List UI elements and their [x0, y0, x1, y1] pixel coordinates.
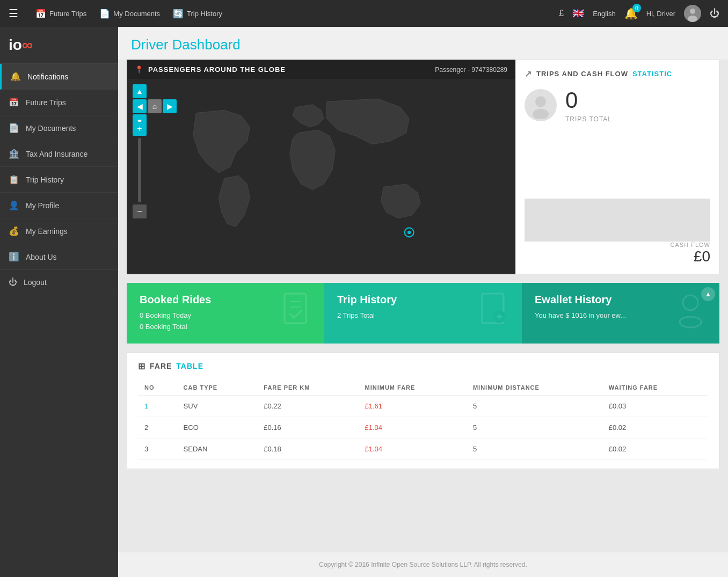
trips-label: TRIPS TOTAL — [565, 115, 612, 123]
nav-my-documents[interactable]: 📄 My Documents — [99, 9, 160, 19]
map-nav-lr-row: ◀ ⌂ ▶ — [133, 99, 177, 113]
fare-table-head: NO CAB TYPE FARE PER KM MINIMUM FARE MIN… — [138, 380, 708, 396]
fare-table: NO CAB TYPE FARE PER KM MINIMUM FARE MIN… — [138, 380, 708, 460]
stats-panel: ↗ TRIPS AND CASH FLOW STATISTIC 0 — [515, 60, 719, 274]
svg-point-6 — [535, 96, 546, 107]
svg-point-15 — [683, 295, 698, 310]
card-trip-history[interactable]: Trip History 2 Trips Total — [324, 283, 522, 344]
user-greeting: Hi, Driver — [646, 10, 675, 18]
map-up-button[interactable]: ▲ — [133, 84, 147, 98]
cash-flow-area: CASH FLOW £0 — [525, 242, 710, 265]
grid-icon: ⊞ — [138, 361, 145, 371]
sidebar-item-notifications[interactable]: 🔔 Notifications — [0, 64, 118, 90]
cash-flow-label: CASH FLOW — [525, 242, 710, 248]
trips-count: 0 — [565, 87, 612, 113]
top-nav-right: £ 🇬🇧 English 🔔 0 Hi, Driver ⏻ — [559, 5, 719, 22]
fare-table-header-row: NO CAB TYPE FARE PER KM MINIMUM FARE MIN… — [138, 380, 708, 396]
col-minimum-fare: MINIMUM FARE — [359, 380, 467, 396]
language-flag: 🇬🇧 — [572, 8, 584, 19]
col-minimum-distance: MINIMUM DISTANCE — [467, 380, 602, 396]
page-title: Driver Dashboard — [131, 36, 715, 53]
cash-flow-value: £0 — [525, 248, 710, 265]
footer: Copyright © 2016 Infinite Open Source So… — [118, 552, 728, 577]
card-trip-history-icon — [477, 291, 509, 335]
stats-title: ↗ TRIPS AND CASH FLOW STATISTIC — [525, 69, 710, 79]
nav-trip-history[interactable]: 🔄 Trip History — [173, 9, 222, 19]
trend-icon: ↗ — [525, 69, 532, 79]
svg-point-5 — [407, 231, 411, 234]
profile-sidebar-icon: 👤 — [9, 200, 19, 210]
logo: io∞ — [9, 36, 33, 53]
map-header: 📍 PASSENGERS AROUND THE GLOBE Passenger … — [127, 60, 515, 79]
documents-sidebar-icon: 📄 — [9, 123, 19, 133]
col-cab-type: CAB TYPE — [177, 380, 258, 396]
sidebar-item-trip-history[interactable]: 📋 Trip History — [0, 167, 118, 193]
cell-min-dist: 5 — [467, 395, 602, 417]
sidebar: io∞ 🔔 Notifications 📅 Future Trips 📄 My … — [0, 27, 118, 577]
language-label[interactable]: English — [593, 10, 616, 18]
world-map-svg — [127, 79, 515, 272]
zoom-in-button[interactable]: + — [133, 122, 147, 136]
cell-cab: SUV — [177, 395, 258, 417]
fare-table-section: ⊞ FARE TABLE NO CAB TYPE FARE PER KM MIN… — [127, 352, 719, 469]
map-passenger-info: Passenger - 9747380289 — [435, 66, 507, 74]
col-no: NO — [138, 380, 177, 396]
about-sidebar-icon: ℹ️ — [9, 252, 19, 262]
cell-min-fare: £1.61 — [359, 395, 467, 417]
notifications-icon: 🔔 — [10, 71, 21, 82]
documents-icon: 📄 — [99, 9, 110, 19]
summary-cards: Booked Rides 0 Booking Today 0 Booking T… — [127, 283, 719, 344]
col-fare-per-km: FARE PER KM — [257, 380, 358, 396]
svg-point-2 — [688, 16, 697, 22]
trips-user-avatar — [525, 89, 557, 121]
card-booked-rides[interactable]: Booked Rides 0 Booking Today 0 Booking T… — [127, 283, 324, 344]
cell-wait-fare: £0.03 — [602, 395, 708, 417]
future-trips-sidebar-icon: 📅 — [9, 97, 19, 107]
cell-min-fare: £1.04 — [359, 417, 467, 438]
cell-min-dist: 5 — [467, 438, 602, 459]
map-body: ▲ ◀ ⌂ ▶ ▼ + — [127, 79, 515, 272]
scroll-up-button[interactable]: ▲ — [701, 287, 715, 301]
sidebar-item-my-documents[interactable]: 📄 My Documents — [0, 115, 118, 141]
sidebar-item-my-profile[interactable]: 👤 My Profile — [0, 193, 118, 218]
map-nav-row: ▲ — [133, 84, 177, 98]
svg-point-1 — [690, 9, 695, 14]
power-icon[interactable]: ⏻ — [710, 8, 719, 19]
map-left-button[interactable]: ◀ — [133, 99, 147, 113]
earnings-sidebar-icon: 💰 — [9, 226, 19, 236]
cell-wait-fare: £0.02 — [602, 438, 708, 459]
sidebar-item-my-earnings[interactable]: 💰 My Earnings — [0, 218, 118, 244]
svg-point-7 — [533, 109, 549, 119]
sidebar-item-future-trips[interactable]: 📅 Future Trips — [0, 90, 118, 115]
main-content: Driver Dashboard 📍 PASSENGERS AROUND THE… — [118, 27, 728, 577]
trips-total-area: 0 TRIPS TOTAL — [525, 87, 710, 123]
trips-count-area: 0 TRIPS TOTAL — [565, 87, 612, 123]
card-ewallet-history[interactable]: Ewallet History You have $ 1016 in your … — [522, 283, 719, 344]
notifications-button[interactable]: 🔔 0 — [624, 7, 638, 20]
cell-cab: ECO — [177, 417, 258, 438]
nav-future-trips[interactable]: 📅 Future Trips — [35, 9, 86, 19]
sidebar-item-tax-insurance[interactable]: 🏦 Tax And Insurance — [0, 141, 118, 167]
cell-fare-km: £0.18 — [257, 438, 358, 459]
notifications-badge: 0 — [632, 4, 641, 12]
currency-icon[interactable]: £ — [559, 9, 564, 18]
map-home-button[interactable]: ⌂ — [148, 99, 162, 113]
svg-rect-8 — [285, 294, 306, 323]
top-nav: ☰ 📅 Future Trips 📄 My Documents 🔄 Trip H… — [0, 0, 728, 27]
future-trips-icon: 📅 — [35, 9, 46, 19]
hamburger-icon[interactable]: ☰ — [9, 7, 18, 20]
table-row: 3 SEDAN £0.18 £1.04 5 £0.02 — [138, 438, 708, 459]
cell-cab: SEDAN — [177, 438, 258, 459]
col-waiting-fare: WAITING FARE — [602, 380, 708, 396]
dashboard-header: Driver Dashboard — [118, 27, 728, 60]
table-row: 1 SUV £0.22 £1.61 5 £0.03 — [138, 395, 708, 417]
cell-min-fare: £1.04 — [359, 438, 467, 459]
map-right-button[interactable]: ▶ — [163, 99, 177, 113]
zoom-bar — [138, 138, 141, 202]
zoom-out-button[interactable]: − — [133, 204, 147, 218]
sidebar-item-logout[interactable]: ⏻ Logout — [0, 270, 118, 295]
map-container: 📍 PASSENGERS AROUND THE GLOBE Passenger … — [127, 60, 515, 274]
sidebar-item-about-us[interactable]: ℹ️ About Us — [0, 244, 118, 270]
user-avatar[interactable] — [684, 5, 701, 22]
tax-sidebar-icon: 🏦 — [9, 149, 19, 159]
